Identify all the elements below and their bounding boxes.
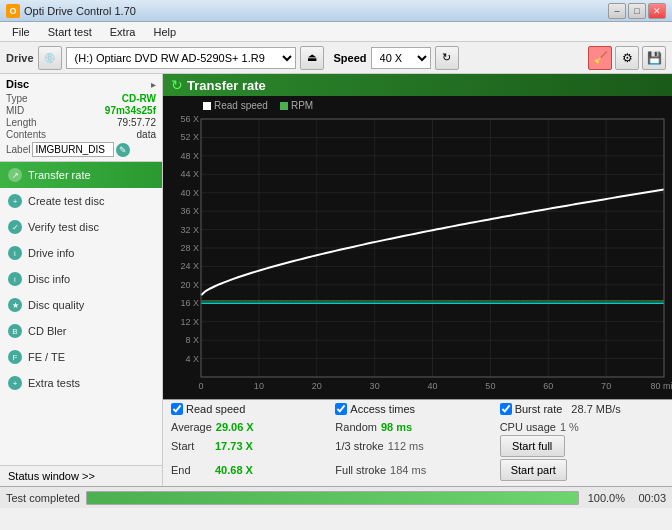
stat-random-value: 98 ms: [381, 421, 431, 433]
disc-contents-value: data: [137, 129, 156, 140]
disc-contents-label: Contents: [6, 129, 46, 140]
nav-drive-info[interactable]: i Drive info: [0, 240, 162, 266]
menu-start-test[interactable]: Start test: [40, 24, 100, 40]
stat-end: End 40.68 X: [171, 464, 335, 476]
stats-row-2: Start 17.73 X 1/3 stroke 112 ms Start fu…: [171, 435, 664, 457]
nav-disc-info[interactable]: i Disc info: [0, 266, 162, 292]
stat-one-third: 1/3 stroke 112 ms: [335, 440, 499, 452]
check-burst-rate-input[interactable]: [500, 403, 512, 415]
progress-time: 00:03: [631, 492, 666, 504]
check-read-speed-label: Read speed: [186, 403, 245, 415]
disc-mid-row: MID 97m34s25f: [6, 105, 156, 116]
stat-start-full: Start full: [500, 435, 664, 457]
minimize-button[interactable]: –: [608, 3, 626, 19]
check-row: Read speed Access times Burst rate 28.7 …: [163, 399, 672, 418]
nav-extra-tests-label: Extra tests: [28, 377, 80, 389]
progress-fill: [87, 492, 578, 504]
disc-label-icon[interactable]: ✎: [116, 143, 130, 157]
disc-quality-icon: ★: [8, 298, 22, 312]
disc-type-row: Type CD-RW: [6, 93, 156, 104]
menu-file[interactable]: File: [4, 24, 38, 40]
toolbar-right-buttons: 🧹 ⚙ 💾: [588, 46, 666, 70]
stats-area: Average 29.06 X Random 98 ms CPU usage 1…: [163, 418, 672, 486]
nav-create-test-disc[interactable]: + Create test disc: [0, 188, 162, 214]
stat-end-label: End: [171, 464, 211, 476]
start-full-button[interactable]: Start full: [500, 435, 565, 457]
status-window-label: Status window >>: [8, 470, 95, 482]
nav-disc-quality[interactable]: ★ Disc quality: [0, 292, 162, 318]
maximize-button[interactable]: □: [628, 3, 646, 19]
check-burst-rate-label: Burst rate: [515, 403, 563, 415]
start-part-button[interactable]: Start part: [500, 459, 567, 481]
refresh-button[interactable]: ↻: [435, 46, 459, 70]
disc-label-input[interactable]: [32, 142, 114, 157]
menu-help[interactable]: Help: [145, 24, 184, 40]
chart-canvas: [163, 113, 672, 399]
speed-select[interactable]: 40 X: [371, 47, 431, 69]
content-area: ↻ Transfer rate Read speed RPM: [163, 74, 672, 486]
stat-one-third-label: 1/3 stroke: [335, 440, 383, 452]
nav-extra-tests[interactable]: + Extra tests: [0, 370, 162, 396]
burst-rate-value: 28.7 MB/s: [571, 403, 621, 415]
drive-info-icon: i: [8, 246, 22, 260]
status-window-button[interactable]: Status window >>: [0, 465, 162, 486]
check-read-speed-input[interactable]: [171, 403, 183, 415]
nav-transfer-rate[interactable]: ↗ Transfer rate: [0, 162, 162, 188]
disc-length-row: Length 79:57.72: [6, 117, 156, 128]
close-button[interactable]: ✕: [648, 3, 666, 19]
nav-transfer-rate-label: Transfer rate: [28, 169, 91, 181]
legend-rpm-dot: [280, 102, 288, 110]
disc-mid-value: 97m34s25f: [105, 105, 156, 116]
title-bar-left: O Opti Drive Control 1.70: [6, 4, 136, 18]
progress-label: Test completed: [6, 492, 80, 504]
disc-panel: Disc ▸ Type CD-RW MID 97m34s25f Length 7…: [0, 74, 162, 162]
nav-items: ↗ Transfer rate + Create test disc ✓ Ver…: [0, 162, 162, 465]
check-access-times-input[interactable]: [335, 403, 347, 415]
nav-cd-bler-label: CD Bler: [28, 325, 67, 337]
nav-drive-info-label: Drive info: [28, 247, 74, 259]
stat-random: Random 98 ms: [335, 421, 499, 433]
disc-label-row: Label ✎: [6, 142, 156, 157]
clear-button[interactable]: 🧹: [588, 46, 612, 70]
nav-verify-test-disc[interactable]: ✓ Verify test disc: [0, 214, 162, 240]
nav-fe-te-label: FE / TE: [28, 351, 65, 363]
stats-row-3: End 40.68 X Full stroke 184 ms Start par…: [171, 459, 664, 481]
disc-label-key: Label: [6, 144, 30, 155]
cd-bler-icon: B: [8, 324, 22, 338]
fe-te-icon: F: [8, 350, 22, 364]
check-burst-rate: Burst rate 28.7 MB/s: [500, 403, 664, 415]
progress-percent: 100.0%: [585, 492, 625, 504]
transfer-rate-icon: ↗: [8, 168, 22, 182]
stats-row-1: Average 29.06 X Random 98 ms CPU usage 1…: [171, 421, 664, 433]
window-controls: – □ ✕: [608, 3, 666, 19]
app-icon: O: [6, 4, 20, 18]
stat-full-stroke-label: Full stroke: [335, 464, 386, 476]
canvas-container: [163, 113, 672, 399]
menu-extra[interactable]: Extra: [102, 24, 144, 40]
nav-fe-te[interactable]: F FE / TE: [0, 344, 162, 370]
nav-verify-disc-label: Verify test disc: [28, 221, 99, 233]
settings-button[interactable]: ⚙: [615, 46, 639, 70]
drive-select[interactable]: (H:) Optiarc DVD RW AD-5290S+ 1.R9: [66, 47, 296, 69]
title-bar: O Opti Drive Control 1.70 – □ ✕: [0, 0, 672, 22]
nav-cd-bler[interactable]: B CD Bler: [0, 318, 162, 344]
eject-button[interactable]: ⏏: [300, 46, 324, 70]
stat-cpu-label: CPU usage: [500, 421, 556, 433]
disc-panel-header: Disc ▸: [6, 78, 156, 90]
disc-length-label: Length: [6, 117, 37, 128]
drive-label: Drive: [6, 52, 34, 64]
nav-disc-quality-label: Disc quality: [28, 299, 84, 311]
stat-end-value: 40.68 X: [215, 464, 265, 476]
stat-start-value: 17.73 X: [215, 440, 265, 452]
drive-icon-btn[interactable]: 💿: [38, 46, 62, 70]
transfer-rate-header-icon: ↻: [171, 77, 183, 93]
sidebar: Disc ▸ Type CD-RW MID 97m34s25f Length 7…: [0, 74, 163, 486]
legend-read-label: Read speed: [214, 100, 268, 111]
disc-contents-row: Contents data: [6, 129, 156, 140]
save-button[interactable]: 💾: [642, 46, 666, 70]
disc-panel-arrow[interactable]: ▸: [151, 79, 156, 90]
check-read-speed: Read speed: [171, 403, 335, 415]
check-access-times: Access times: [335, 403, 499, 415]
verify-disc-icon: ✓: [8, 220, 22, 234]
stat-average-label: Average: [171, 421, 212, 433]
